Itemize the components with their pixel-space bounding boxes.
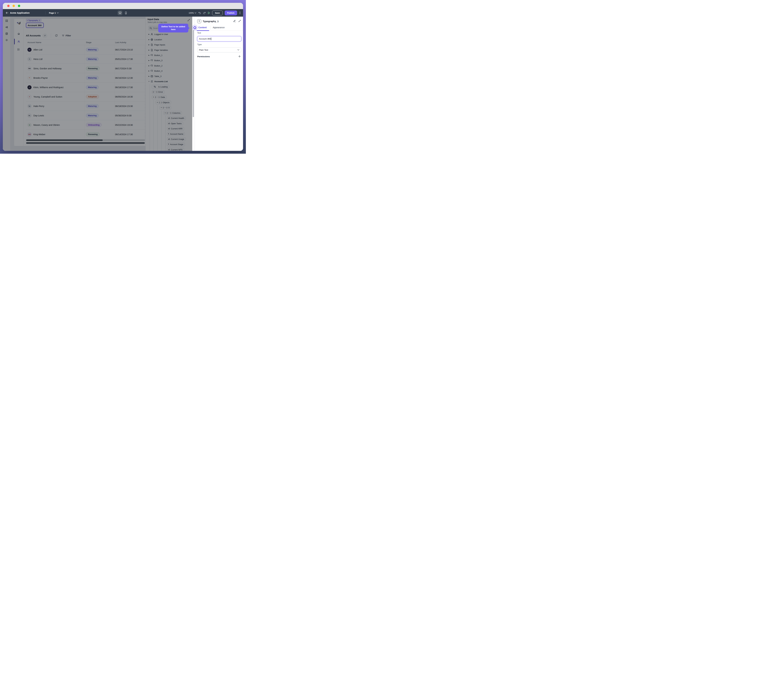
text-value-input[interactable]: Account 360	[197, 36, 241, 42]
text-field-label: Text	[197, 32, 201, 34]
save-button[interactable]: Save	[212, 10, 223, 15]
tab-content[interactable]: Content	[198, 26, 206, 29]
chevron-down-icon	[57, 12, 59, 13]
app-window: Acme Application Page 1 100%	[3, 3, 243, 151]
preview-play-icon[interactable]	[208, 12, 210, 14]
inspector-panel: T Typography_1 Content Appearance Text A…	[195, 17, 243, 151]
app-title: Acme Application	[10, 12, 30, 14]
redo-icon[interactable]	[203, 12, 206, 14]
chevron-down-icon	[237, 49, 239, 50]
builder-content: Typography_1 Account 360 All Accounts 10	[3, 17, 243, 151]
expand-panel-icon[interactable]	[238, 20, 241, 22]
undo-icon[interactable]	[198, 12, 201, 14]
tutorial-tooltip: Define Text to be added here	[158, 24, 188, 32]
desktop-view-button[interactable]	[118, 10, 122, 15]
mobile-view-button[interactable]	[123, 10, 128, 15]
panel-scrollbar-thumb[interactable]	[193, 30, 194, 117]
titlebar	[3, 3, 243, 9]
zoom-control[interactable]: 100%	[189, 12, 196, 14]
typography-component-icon: T	[197, 19, 201, 23]
tutorial-dim-overlay	[3, 17, 192, 151]
type-field-label: Type	[197, 43, 201, 46]
builder-toolbar: Acme Application Page 1 100%	[3, 9, 243, 17]
zoom-window-button[interactable]	[18, 5, 20, 7]
minimize-window-button[interactable]	[13, 5, 15, 7]
page-selector[interactable]: Page 1	[49, 12, 59, 14]
close-window-button[interactable]	[7, 5, 10, 7]
permissions-label: Permissions	[197, 55, 210, 58]
type-select[interactable]: Plain Text	[197, 47, 241, 52]
inspector-tabs: Content Appearance	[195, 25, 243, 31]
mobile-icon	[125, 12, 127, 14]
rename-pencil-icon[interactable]	[233, 20, 236, 22]
zoom-level: 100%	[189, 12, 194, 14]
chevron-down-icon	[195, 12, 196, 13]
tutorial-spotlight-ring	[192, 25, 197, 30]
content-tab-radio[interactable]	[193, 26, 196, 29]
panel-scrollbar	[192, 17, 195, 151]
more-options-icon[interactable]	[239, 12, 241, 14]
inspector-title: Typography_1	[203, 20, 218, 23]
add-permission-icon[interactable]	[238, 55, 241, 58]
desktop-icon	[119, 12, 122, 14]
tab-appearance[interactable]: Appearance	[213, 26, 225, 29]
desktop-background: Acme Application Page 1 100%	[0, 0, 246, 154]
active-tab-underline	[196, 30, 209, 31]
publish-button[interactable]: Publish	[225, 10, 237, 15]
back-icon[interactable]	[6, 12, 8, 14]
text-caret	[211, 38, 211, 40]
